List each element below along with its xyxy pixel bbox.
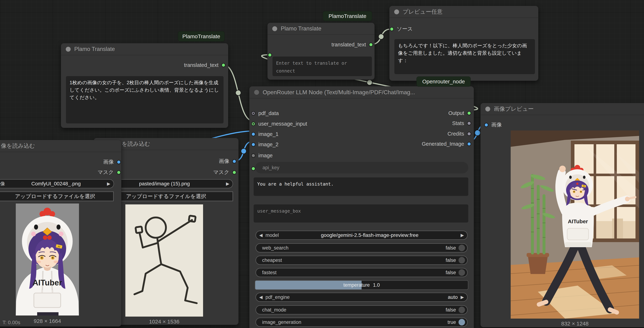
port-dot[interactable] bbox=[467, 142, 471, 146]
collapse-dot-icon[interactable] bbox=[66, 47, 71, 52]
image-file-combo[interactable]: 像 ComfyUI_00248_.png ▶ bbox=[0, 179, 114, 188]
port-dot[interactable] bbox=[251, 122, 256, 126]
port-dot[interactable] bbox=[467, 111, 471, 115]
output-image[interactable]: 画像 bbox=[103, 159, 121, 165]
source-text-area[interactable]: 1枚めの画像の女の子を、2枚目の棒人間のポーズにした画像を生成してください。この… bbox=[66, 76, 224, 124]
image-generation-toggle[interactable]: image_generation true bbox=[256, 318, 468, 327]
port-dot[interactable] bbox=[484, 123, 488, 127]
chevron-right-icon[interactable]: ▶ bbox=[461, 233, 464, 238]
badge-plamo-translate-mid: PlamoTranslate bbox=[323, 11, 372, 21]
link-dot[interactable] bbox=[367, 80, 372, 85]
output-translated-text[interactable]: translated_text bbox=[184, 62, 226, 68]
output-image[interactable]: 画像 bbox=[219, 158, 236, 164]
web-search-toggle[interactable]: web_search false bbox=[256, 243, 468, 252]
node-plamo-translate-mid[interactable]: Plamo Translate translated_text Enter te… bbox=[268, 23, 375, 80]
output-credits[interactable]: Credits bbox=[448, 131, 471, 137]
node-title: OpenRouter LLM Node (Text/Multi-Image/PD… bbox=[263, 89, 415, 96]
collapse-dot-icon[interactable] bbox=[485, 106, 490, 112]
node-openrouter-llm[interactable]: OpenRouter LLM Node (Text/Multi-Image/PD… bbox=[249, 86, 474, 328]
port-dot[interactable] bbox=[369, 42, 373, 47]
temperature-slider[interactable]: temperature 1.0 bbox=[255, 280, 468, 290]
link-dot[interactable] bbox=[241, 148, 246, 154]
node-header[interactable]: 像を読み込む bbox=[0, 140, 121, 152]
output-mask[interactable]: マスク bbox=[98, 170, 121, 175]
toggle-knob[interactable] bbox=[458, 306, 465, 313]
port-dot[interactable] bbox=[221, 63, 226, 67]
port-dot-image[interactable] bbox=[117, 160, 121, 164]
image-size-caption: 832 × 1248 bbox=[511, 320, 639, 327]
girl-portrait-image: AI AITuber bbox=[16, 204, 79, 316]
input-image-2[interactable]: image_2 bbox=[251, 142, 278, 147]
node-title: Plamo Translate bbox=[74, 46, 115, 52]
cheapest-toggle[interactable]: cheapest false bbox=[256, 256, 468, 265]
input-user-message[interactable]: user_message_input bbox=[251, 121, 307, 127]
system-prompt-area[interactable]: You are a helpful assistant. bbox=[254, 178, 468, 196]
port-dot-image[interactable] bbox=[232, 159, 236, 164]
image-size-caption: 1024 × 1536 bbox=[125, 318, 203, 325]
port-dot[interactable] bbox=[268, 53, 272, 57]
output-translated-text[interactable]: translated_text bbox=[332, 42, 373, 48]
output-output[interactable]: Output bbox=[448, 110, 471, 116]
node-title: を読み込む bbox=[122, 140, 150, 148]
fastest-toggle[interactable]: fastest false bbox=[256, 268, 468, 277]
node-title: 画像プレビュー bbox=[494, 105, 534, 113]
collapse-dot-icon[interactable] bbox=[394, 10, 399, 14]
toggle-knob[interactable] bbox=[458, 319, 465, 326]
toggle-knob[interactable] bbox=[458, 269, 465, 276]
input-image[interactable]: image bbox=[251, 152, 273, 158]
port-dot-mask[interactable] bbox=[117, 170, 121, 174]
text-input-area[interactable]: Enter text to translate or connect from … bbox=[272, 56, 372, 76]
toggle-knob[interactable] bbox=[458, 245, 465, 251]
port-dot[interactable] bbox=[390, 27, 394, 31]
node-title: Plamo Translate bbox=[281, 25, 321, 32]
badge-openrouter-node: Openrouter_node bbox=[416, 76, 471, 86]
port-dot[interactable] bbox=[251, 166, 256, 171]
node-graph-canvas[interactable]: を読み込む 画像 マスク pasted/image (15).png ▶ アップ… bbox=[0, 0, 644, 328]
input-source[interactable]: ソース bbox=[390, 26, 413, 32]
chevron-left-icon[interactable]: ◀ bbox=[259, 295, 262, 300]
input-image[interactable]: 画像 bbox=[484, 122, 502, 128]
port-dot[interactable] bbox=[251, 111, 256, 116]
link-dot[interactable] bbox=[236, 90, 241, 96]
node-load-image-1[interactable]: 像を読み込む 画像 マスク 像 ComfyUI_00248_.png ▶ アップ… bbox=[0, 140, 121, 326]
output-mask[interactable]: マスク bbox=[213, 170, 236, 175]
port-dot-mask[interactable] bbox=[232, 170, 236, 174]
collapse-dot-icon[interactable] bbox=[254, 90, 259, 95]
toggle-knob[interactable] bbox=[458, 257, 465, 264]
node-preview-any[interactable]: プレビュー任意 ソース もちろんです！以下に、棒人間のポーズをとった少女の画像を… bbox=[389, 6, 538, 81]
input-api-key[interactable] bbox=[251, 166, 256, 172]
user-message-area[interactable]: user_message_box bbox=[254, 204, 468, 222]
api-key-field[interactable]: api_key bbox=[255, 162, 468, 174]
port-dot[interactable] bbox=[467, 132, 471, 136]
chat-mode-toggle[interactable]: chat_mode false bbox=[256, 305, 468, 314]
node-plamo-translate-left[interactable]: Plamo Translate translated_text 1枚めの画像の女… bbox=[61, 43, 228, 128]
node-title: プレビュー任意 bbox=[403, 8, 442, 16]
input-image-1[interactable]: image_1 bbox=[251, 131, 278, 137]
input-text[interactable] bbox=[268, 52, 272, 58]
upload-file-button[interactable]: アップロードするファイルを選択 bbox=[0, 192, 114, 201]
input-pdf-data[interactable]: pdf_data bbox=[251, 110, 279, 116]
pdf-engine-combo[interactable]: ◀ pdf_engine auto ▶ bbox=[256, 293, 468, 302]
port-dot[interactable] bbox=[251, 132, 256, 136]
preview-text-area[interactable]: もちろんです！以下に、棒人間のポーズをとった少女の画像をご用意しました。適切な表… bbox=[394, 39, 535, 74]
node-header[interactable]: 画像プレビュー bbox=[480, 103, 644, 115]
port-dot[interactable] bbox=[251, 154, 256, 158]
port-dot[interactable] bbox=[467, 121, 471, 126]
output-stats[interactable]: Stats bbox=[452, 120, 471, 126]
link-dot[interactable] bbox=[474, 130, 480, 136]
node-header[interactable]: Plamo Translate bbox=[268, 23, 374, 35]
node-header[interactable]: プレビュー任意 bbox=[390, 6, 538, 18]
output-generated-image[interactable]: Generated_Image bbox=[422, 141, 471, 147]
chevron-right-icon[interactable]: ▶ bbox=[226, 181, 229, 186]
node-header[interactable]: Plamo Translate bbox=[61, 43, 228, 55]
collapse-dot-icon[interactable] bbox=[272, 26, 277, 31]
node-image-preview[interactable]: 画像プレビュー 画像 bbox=[480, 103, 644, 327]
model-combo[interactable]: ◀ model google/gemini-2.5-flash-image-pr… bbox=[256, 231, 468, 240]
badge-plamo-translate-left: PlamoTranslate bbox=[178, 31, 225, 42]
chevron-right-icon[interactable]: ▶ bbox=[461, 295, 464, 300]
chevron-right-icon[interactable]: ▶ bbox=[107, 181, 110, 186]
node-header[interactable]: OpenRouter LLM Node (Text/Multi-Image/PD… bbox=[250, 86, 474, 98]
chevron-left-icon[interactable]: ◀ bbox=[259, 233, 262, 238]
link-dot[interactable] bbox=[378, 34, 384, 39]
port-dot[interactable] bbox=[251, 142, 256, 146]
